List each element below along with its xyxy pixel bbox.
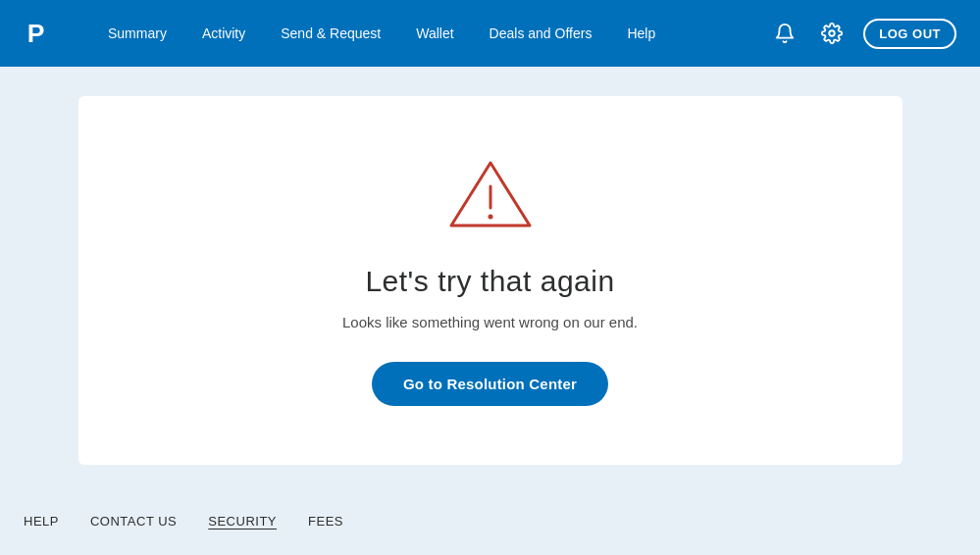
svg-point-4 xyxy=(488,215,492,220)
main-content: Let's try that again Looks like somethin… xyxy=(0,67,980,494)
gear-icon xyxy=(821,23,843,44)
footer-security-link[interactable]: SECURITY xyxy=(208,514,277,529)
warning-icon-wrap xyxy=(446,155,535,237)
main-header: P Summary Activity Send & Request Wallet… xyxy=(0,0,980,67)
header-actions: LOG OUT xyxy=(769,18,956,49)
nav-wallet[interactable]: Wallet xyxy=(398,0,471,67)
footer-fees-link[interactable]: FEES xyxy=(308,514,343,529)
nav-deals[interactable]: Deals and Offers xyxy=(472,0,610,67)
paypal-logo-area: P xyxy=(24,16,59,51)
nav-help[interactable]: Help xyxy=(609,0,673,67)
nav-send-request[interactable]: Send & Request xyxy=(263,0,398,67)
footer-contact-us-link[interactable]: CONTACT US xyxy=(90,514,177,529)
logout-button[interactable]: LOG OUT xyxy=(863,19,956,49)
notifications-button[interactable] xyxy=(769,18,800,49)
warning-triangle-icon xyxy=(446,155,535,233)
settings-button[interactable] xyxy=(816,18,848,49)
svg-text:P: P xyxy=(27,19,45,48)
paypal-logo-icon: P xyxy=(24,16,59,51)
resolution-center-button[interactable]: Go to Resolution Center xyxy=(372,362,608,406)
nav-summary[interactable]: Summary xyxy=(90,0,184,67)
main-nav: Summary Activity Send & Request Wallet D… xyxy=(90,0,769,67)
error-card: Let's try that again Looks like somethin… xyxy=(78,96,903,465)
footer-help-link[interactable]: HELP xyxy=(24,514,59,529)
svg-point-1 xyxy=(830,30,836,36)
page-footer: HELP CONTACT US SECURITY FEES xyxy=(0,494,980,548)
nav-activity[interactable]: Activity xyxy=(184,0,263,67)
bell-icon xyxy=(774,23,796,44)
error-title: Let's try that again xyxy=(365,265,614,298)
error-subtitle: Looks like something went wrong on our e… xyxy=(342,314,638,330)
